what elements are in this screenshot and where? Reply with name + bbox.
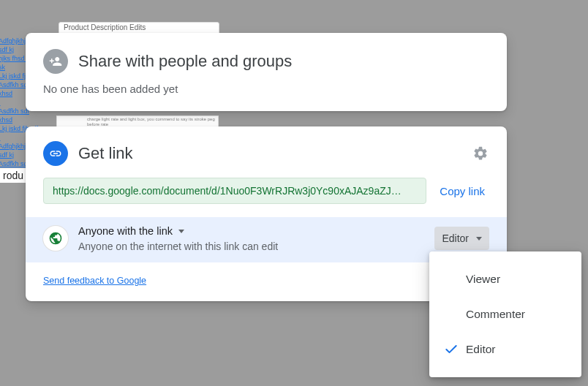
role-option-viewer[interactable]: Viewer [429,262,581,297]
share-card: Share with people and groups No one has … [26,33,507,111]
role-dropdown-label: Editor [442,232,469,244]
send-feedback-link[interactable]: Send feedback to Google [43,276,146,286]
bg-prod-label: rodu [0,168,26,183]
get-link-header: Get link [43,141,489,166]
bg-card-title: Product Description Edits [59,22,219,34]
access-description: Anyone on the internet with this link ca… [78,241,424,252]
role-option-editor[interactable]: Editor [429,332,581,367]
role-option-label: Editor [466,343,496,356]
get-link-title: Get link [78,144,461,163]
chevron-down-icon [178,230,184,233]
person-add-icon [43,49,68,74]
gear-icon[interactable] [472,145,489,162]
role-dropdown-menu: Viewer Commenter Editor [429,251,581,377]
globe-icon [43,226,68,251]
share-header: Share with people and groups [43,49,489,74]
check-icon [444,342,466,357]
role-option-label: Viewer [466,273,500,286]
role-dropdown-button[interactable]: Editor [434,227,489,250]
share-subtitle: No one has been added yet [43,83,489,95]
url-field[interactable]: https://docs.google.com/document/d/1Nuo0… [43,178,426,204]
copy-link-button[interactable]: Copy link [435,178,489,204]
access-scope-dropdown[interactable]: Anyone with the link [78,225,184,237]
url-row: https://docs.google.com/document/d/1Nuo0… [43,178,489,204]
role-option-label: Commenter [466,308,525,321]
role-option-commenter[interactable]: Commenter [429,297,581,332]
access-scope-label: Anyone with the link [78,225,173,237]
share-title: Share with people and groups [78,52,292,71]
link-icon [43,141,68,166]
chevron-down-icon [476,237,482,241]
